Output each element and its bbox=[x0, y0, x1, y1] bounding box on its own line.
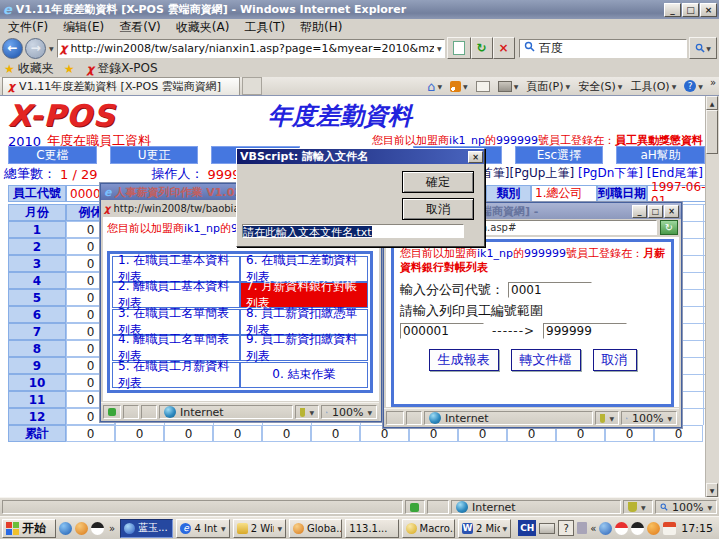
back-button[interactable]: ← bbox=[2, 38, 23, 59]
generate-report-button[interactable]: 生成報表 bbox=[429, 349, 499, 371]
quicklaunch-qq-icon[interactable] bbox=[91, 522, 104, 535]
menu-favorites[interactable]: 收藏夹(A) bbox=[176, 19, 230, 36]
export-file-button[interactable]: 轉文件檔 bbox=[511, 349, 581, 371]
scroll-up-button[interactable]: ▲ bbox=[706, 96, 718, 110]
stop-button[interactable]: × bbox=[493, 37, 515, 59]
dialog-close-button[interactable]: × bbox=[468, 151, 483, 163]
task-label: Globa... bbox=[307, 523, 342, 534]
zoom-icon bbox=[326, 408, 328, 417]
tray-collapse-icon[interactable]: « bbox=[590, 523, 596, 534]
print-button[interactable]: ▼ bbox=[494, 78, 523, 95]
mail-icon bbox=[476, 81, 490, 92]
menu-file[interactable]: 文件(F) bbox=[8, 19, 48, 36]
toolbar-button-select[interactable]: Esc選擇 bbox=[515, 146, 604, 164]
task-internet-explorer-group[interactable]: e 4 Int... ▼ bbox=[176, 519, 229, 538]
ime-tool-icon[interactable] bbox=[577, 522, 587, 534]
employee-hiredate-label: 到職日期 bbox=[597, 185, 647, 202]
zoom-cell[interactable]: 100%▼ bbox=[321, 405, 377, 419]
zone-label: Internet bbox=[445, 412, 489, 425]
task-lanyu[interactable]: 蓝玉... bbox=[120, 519, 173, 538]
toolbar-button-update-file[interactable]: C更檔 bbox=[8, 146, 97, 164]
quicklaunch-messenger-icon[interactable] bbox=[75, 522, 88, 535]
month-label: 3 bbox=[8, 255, 66, 272]
feed-button[interactable]: ▼ bbox=[446, 78, 472, 95]
protected-mode-cell[interactable]: ▼ bbox=[595, 411, 619, 425]
tab-active[interactable]: χ V1.11年度差勤資料 [X-POS 雲端商資網] bbox=[2, 77, 240, 95]
keyboard-icon[interactable] bbox=[539, 523, 555, 534]
task-macro[interactable]: Macro... bbox=[402, 519, 455, 538]
menu-tools[interactable]: 工具(T) bbox=[244, 19, 285, 36]
xpos-favicon: χ bbox=[104, 203, 110, 214]
page-menu-button[interactable]: 頁面(P)▼ bbox=[522, 78, 574, 95]
range-to-input[interactable] bbox=[543, 323, 627, 339]
favorites-button[interactable]: ★ 收藏夹 bbox=[4, 60, 54, 77]
ime-help-icon[interactable]: ? bbox=[558, 520, 574, 536]
address-input[interactable]: χ http://win2008/tw/salary/nianxin1.asp?… bbox=[57, 39, 445, 58]
login-prefix: 您目前以加盟商 bbox=[400, 247, 477, 260]
minimize-button[interactable]: _ bbox=[632, 205, 647, 218]
safety-menu-button[interactable]: 安全(S)▼ bbox=[574, 78, 626, 95]
dialog-cancel-button[interactable]: 取消 bbox=[402, 198, 474, 220]
print-menu-item-5[interactable]: 5. 在職員工月薪資料列表 bbox=[112, 362, 240, 388]
zoom-cell[interactable]: 100%▼ bbox=[655, 500, 717, 514]
task-global[interactable]: Globa... bbox=[289, 519, 342, 538]
dialog-filename-input[interactable]: 請在此輸入文本文件名.txt bbox=[242, 224, 464, 238]
add-favorite-button[interactable]: ★ bbox=[64, 62, 75, 76]
refresh-button[interactable]: ↻ bbox=[471, 37, 493, 59]
start-button[interactable]: 开始 bbox=[2, 519, 56, 538]
tray-qq-icon[interactable] bbox=[615, 522, 628, 535]
minimize-button[interactable]: _ bbox=[664, 3, 681, 17]
search-input[interactable]: 百度 bbox=[519, 39, 687, 58]
menu-help[interactable]: 帮助(H) bbox=[300, 19, 342, 36]
maximize-button[interactable]: □ bbox=[682, 3, 699, 17]
chevron-more-icon[interactable]: » bbox=[710, 77, 716, 88]
protected-mode-cell[interactable]: ▼ bbox=[295, 405, 319, 419]
quicklaunch-ie-icon[interactable] bbox=[59, 522, 72, 535]
page-scrollbar[interactable]: ▲ ▼ bbox=[705, 96, 719, 497]
new-tab-stub[interactable] bbox=[242, 77, 262, 95]
task-113[interactable]: 113.1... bbox=[345, 519, 398, 538]
toolbar-button-correct[interactable]: U更正 bbox=[110, 146, 199, 164]
tray-network-icon[interactable] bbox=[599, 522, 612, 535]
scroll-thumb[interactable] bbox=[706, 110, 718, 154]
scroll-down-button[interactable]: ▼ bbox=[706, 483, 718, 497]
search-go-button[interactable]: ▼ bbox=[689, 37, 717, 59]
quicklaunch-more-icon[interactable]: » bbox=[109, 523, 115, 534]
month-label: 2 bbox=[8, 238, 66, 255]
dialog-ok-button[interactable]: 確定 bbox=[402, 171, 474, 193]
menu-view[interactable]: 查看(V) bbox=[119, 19, 161, 36]
menu-edit[interactable]: 编辑(E) bbox=[63, 19, 104, 36]
mail-button[interactable] bbox=[472, 78, 494, 95]
nav-history-dropdown-icon[interactable]: ▼ bbox=[49, 45, 54, 52]
go-button[interactable]: ↻ bbox=[660, 220, 678, 235]
forward-button[interactable]: → bbox=[25, 38, 46, 59]
maximize-button[interactable]: □ bbox=[648, 205, 663, 218]
tray-wangwang-icon[interactable] bbox=[647, 522, 660, 535]
total-count-value: 1 / 29 bbox=[60, 167, 97, 182]
toolbar-button-help[interactable]: aH幫助 bbox=[616, 146, 705, 164]
language-indicator[interactable]: CH bbox=[518, 520, 536, 536]
branch-input[interactable] bbox=[508, 282, 592, 298]
main-status-bar: Internet ▼ 100%▼ bbox=[0, 497, 719, 516]
task-windows-explorer-group[interactable]: 2 Win... ▼ bbox=[233, 519, 286, 538]
cancel-button[interactable]: 取消 bbox=[593, 349, 637, 371]
tray-penguin-icon[interactable] bbox=[631, 522, 644, 535]
column-header-month: 月份 bbox=[8, 204, 66, 221]
range-from-input[interactable] bbox=[400, 323, 484, 339]
tray-calendar-icon[interactable] bbox=[663, 522, 676, 535]
compat-button[interactable] bbox=[447, 37, 471, 59]
close-button[interactable]: × bbox=[700, 3, 717, 17]
tools-menu-button[interactable]: 工具(O)▼ bbox=[626, 78, 680, 95]
help-button[interactable]: ?▼ bbox=[680, 78, 707, 95]
home-button[interactable]: ⌂▼ bbox=[423, 78, 446, 95]
taskbar-clock[interactable]: 17:15 bbox=[681, 522, 713, 535]
print-menu-item-9[interactable]: 9. 員工薪資扣繳資料列表 bbox=[240, 335, 368, 361]
favorite-link-xpos[interactable]: χ 登錄X-POS bbox=[87, 60, 158, 77]
task-word-group[interactable]: W 2 Mic... ▼ bbox=[458, 519, 511, 538]
tab-title: V1.11年度差勤資料 [X-POS 雲端商資網] bbox=[19, 79, 221, 94]
print-menu-item-0[interactable]: 0. 結束作業 bbox=[240, 362, 368, 388]
protected-mode-cell[interactable]: ▼ bbox=[623, 500, 653, 514]
close-button[interactable]: × bbox=[664, 205, 679, 218]
address-dropdown-icon[interactable]: ▼ bbox=[437, 45, 442, 52]
zoom-cell[interactable]: 100%▼ bbox=[621, 411, 677, 425]
